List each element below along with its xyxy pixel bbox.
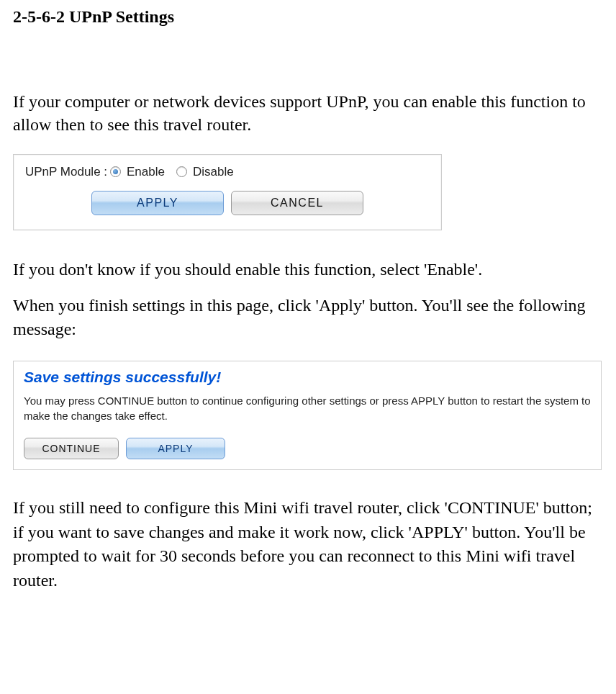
panel2-button-row: CONTINUE APPLY — [24, 438, 591, 459]
radio-enable[interactable] — [110, 166, 121, 177]
upnp-module-row: UPnP Module : Enable Disable — [14, 155, 441, 191]
paragraph-2: If you don't know if you should enable t… — [13, 258, 603, 281]
radio-enable-label[interactable]: Enable — [127, 165, 165, 179]
save-success-text: You may press CONTINUE button to continu… — [24, 393, 591, 423]
radio-disable-label[interactable]: Disable — [193, 165, 234, 179]
cancel-button[interactable]: CANCEL — [231, 191, 363, 215]
upnp-settings-panel: UPnP Module : Enable Disable APPLY CANCE… — [13, 154, 442, 230]
paragraph-3: When you finish settings in this page, c… — [13, 294, 603, 341]
apply-button[interactable]: APPLY — [91, 191, 224, 215]
upnp-radio-group: Enable Disable — [110, 165, 241, 179]
save-success-panel: Save settings successfully! You may pres… — [13, 361, 602, 470]
save-success-title: Save settings successfully! — [24, 369, 591, 386]
paragraph-1: If your computer or network devices supp… — [13, 90, 603, 137]
upnp-module-label: UPnP Module : — [25, 165, 107, 179]
apply-button-2[interactable]: APPLY — [126, 438, 225, 459]
paragraph-4: If you still need to configure this Mini… — [13, 496, 603, 592]
section-heading: 2-5-6-2 UPnP Settings — [13, 7, 603, 27]
panel1-button-row: APPLY CANCEL — [14, 191, 441, 215]
continue-button[interactable]: CONTINUE — [24, 438, 119, 459]
radio-disable[interactable] — [176, 166, 187, 177]
